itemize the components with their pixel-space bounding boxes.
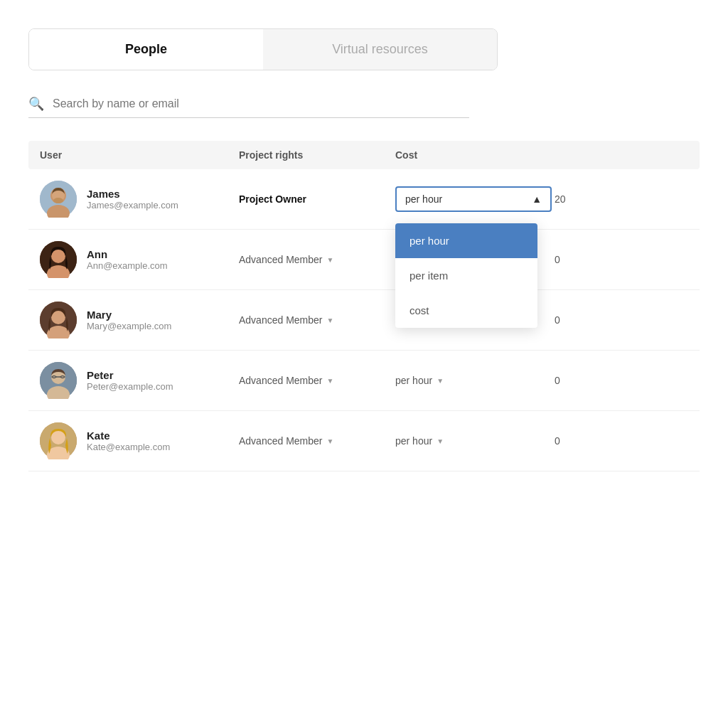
rights-label: Project Owner (239, 193, 306, 205)
dropdown-item-cost[interactable]: cost (395, 293, 537, 328)
dropdown-item-per-item[interactable]: per item (395, 258, 537, 293)
avatar-image (40, 362, 77, 399)
user-cell-james: James James@example.com (40, 181, 239, 218)
user-cell-peter: Peter Peter@example.com (40, 362, 239, 399)
rights-cell-ann: Advanced Member ▼ (239, 254, 395, 265)
user-cell-mary: Mary Mary@example.com (40, 302, 239, 338)
user-cell-kate: Kate Kate@example.com (40, 422, 239, 459)
rights-cell-peter: Advanced Member ▼ (239, 375, 395, 386)
chevron-down-icon[interactable]: ▼ (327, 377, 334, 385)
search-icon: 🔍 (28, 96, 44, 112)
cost-dropdown-menu-james: per hour per item cost (395, 223, 537, 328)
cost-container-james: per hour ▲ per hour per item cost (395, 186, 552, 212)
cost-type-label: per hour (395, 375, 432, 386)
cost-value-ann: 0 (555, 254, 594, 265)
table-row: Peter Peter@example.com Advanced Member … (28, 351, 700, 411)
search-container: 🔍 (28, 96, 469, 118)
table-row: Kate Kate@example.com Advanced Member ▼ … (28, 411, 700, 471)
user-name: Ann (87, 248, 168, 260)
avatar-image (40, 241, 77, 278)
avatar (40, 362, 77, 399)
rights-label: Advanced Member (239, 254, 323, 265)
cost-value-mary: 0 (555, 314, 594, 326)
user-email: Kate@example.com (87, 442, 170, 452)
table-row: Ann Ann@example.com Advanced Member ▼ pe… (28, 230, 700, 290)
avatar-image (40, 302, 77, 338)
user-email: Peter@example.com (87, 381, 173, 392)
user-name: James (87, 188, 178, 200)
chevron-up-icon: ▲ (532, 193, 542, 205)
chevron-down-icon[interactable]: ▼ (327, 316, 334, 324)
table-header: User Project rights Cost (28, 141, 700, 169)
tab-people[interactable]: People (29, 29, 263, 70)
dropdown-item-per-hour[interactable]: per hour (395, 223, 537, 258)
table-body: James James@example.com Project Owner pe… (28, 169, 700, 471)
rights-label: Advanced Member (239, 314, 323, 326)
avatar (40, 241, 77, 278)
cost-cell-peter: per hour ▼ (395, 375, 552, 386)
user-name: Kate (87, 430, 170, 442)
cost-cell-kate: per hour ▼ (395, 435, 552, 447)
user-email: James@example.com (87, 200, 178, 210)
user-info-ann: Ann Ann@example.com (87, 248, 168, 271)
cost-type-label: per hour (395, 435, 432, 447)
chevron-down-icon[interactable]: ▼ (437, 377, 444, 385)
header-user: User (40, 149, 239, 161)
user-info-james: James James@example.com (87, 188, 178, 210)
rights-cell-kate: Advanced Member ▼ (239, 435, 395, 447)
search-input[interactable] (53, 97, 469, 110)
chevron-down-icon[interactable]: ▼ (437, 437, 444, 445)
user-email: Ann@example.com (87, 260, 168, 271)
user-name: Peter (87, 369, 173, 381)
cost-value-peter: 0 (555, 375, 594, 386)
cost-type-label: per hour (405, 193, 442, 205)
cost-value-james: 20 (555, 193, 594, 205)
rights-cell-james: Project Owner (239, 193, 395, 205)
avatar-image (40, 422, 77, 459)
user-email: Mary@example.com (87, 321, 171, 331)
tabs-container: People Virtual resources (28, 28, 498, 70)
svg-point-4 (53, 198, 63, 203)
avatar-image (40, 181, 77, 218)
table-row: Mary Mary@example.com Advanced Member ▼ … (28, 290, 700, 351)
header-value (552, 149, 594, 161)
user-info-kate: Kate Kate@example.com (87, 430, 170, 452)
user-name: Mary (87, 309, 171, 321)
rights-cell-mary: Advanced Member ▼ (239, 314, 395, 326)
rights-label: Advanced Member (239, 435, 323, 447)
chevron-down-icon[interactable]: ▼ (327, 437, 334, 445)
header-project-rights: Project rights (239, 149, 395, 161)
tab-virtual-resources[interactable]: Virtual resources (263, 29, 497, 70)
avatar (40, 422, 77, 459)
user-cell-ann: Ann Ann@example.com (40, 241, 239, 278)
cost-value-kate: 0 (555, 435, 594, 447)
avatar (40, 181, 77, 218)
rights-label: Advanced Member (239, 375, 323, 386)
chevron-down-icon[interactable]: ▼ (327, 256, 334, 264)
cost-dropdown-trigger-james[interactable]: per hour ▲ (395, 186, 552, 212)
user-info-mary: Mary Mary@example.com (87, 309, 171, 331)
header-cost: Cost (395, 149, 552, 161)
user-info-peter: Peter Peter@example.com (87, 369, 173, 392)
table-row: James James@example.com Project Owner pe… (28, 169, 700, 230)
avatar (40, 302, 77, 338)
